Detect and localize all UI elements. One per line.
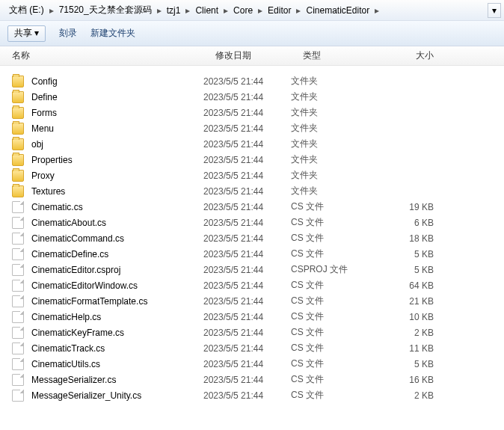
file-icon bbox=[12, 374, 24, 386]
breadcrumb-seg[interactable]: Core bbox=[230, 5, 256, 16]
column-headers: 名称 修改日期 类型 大小 bbox=[0, 46, 504, 66]
file-row[interactable]: MessageSerializer.cs2023/5/5 21:44CS 文件1… bbox=[0, 372, 504, 387]
file-row[interactable]: Forms2023/5/5 21:44文件夹 bbox=[0, 105, 504, 120]
file-name: CinematicCommand.cs bbox=[31, 233, 203, 244]
file-date: 2023/5/5 21:44 bbox=[203, 233, 291, 244]
file-size: 6 KB bbox=[380, 218, 447, 228]
file-icon bbox=[12, 343, 24, 354]
file-name: Cinematic.cs bbox=[31, 202, 203, 212]
file-type: CS 文件 bbox=[291, 373, 380, 386]
file-icon bbox=[12, 295, 24, 307]
file-date: 2023/5/5 21:44 bbox=[203, 265, 291, 275]
file-row[interactable]: Menu2023/5/5 21:44文件夹 bbox=[0, 120, 504, 136]
file-type: CS 文件 bbox=[291, 248, 380, 260]
file-date: 2023/5/5 21:44 bbox=[203, 123, 291, 134]
chevron-right-icon[interactable]: ▸ bbox=[155, 5, 164, 16]
burn-button[interactable]: 刻录 bbox=[59, 27, 77, 40]
file-size: 2 KB bbox=[380, 328, 447, 338]
file-size: 2 KB bbox=[380, 390, 447, 401]
breadcrumb-seg[interactable]: Client bbox=[192, 5, 221, 16]
folder-icon bbox=[12, 170, 24, 182]
file-row[interactable]: Proxy2023/5/5 21:44文件夹 bbox=[0, 168, 504, 183]
file-type: 文件夹 bbox=[291, 90, 380, 103]
folder-icon bbox=[12, 123, 24, 135]
file-type: CS 文件 bbox=[291, 357, 380, 370]
file-name: Forms bbox=[31, 108, 203, 118]
file-type: CS 文件 bbox=[291, 200, 380, 213]
file-name: Textures bbox=[31, 186, 203, 197]
file-row[interactable]: Cinematic.cs2023/5/5 21:44CS 文件19 KB bbox=[0, 199, 504, 215]
file-name: Menu bbox=[31, 123, 203, 134]
file-row[interactable]: Config2023/5/5 21:44文件夹 bbox=[0, 73, 504, 89]
chevron-right-icon[interactable]: ▸ bbox=[47, 5, 56, 16]
file-type: CS 文件 bbox=[291, 389, 380, 402]
file-row[interactable]: CinematicAbout.cs2023/5/5 21:44CS 文件6 KB bbox=[0, 215, 504, 230]
file-icon bbox=[12, 233, 24, 245]
file-name: obj bbox=[31, 139, 203, 150]
file-type: CS 文件 bbox=[291, 216, 380, 229]
file-row[interactable]: CinematicTrack.cs2023/5/5 21:44CS 文件11 K… bbox=[0, 340, 504, 356]
folder-icon bbox=[12, 154, 24, 166]
chevron-right-icon[interactable]: ▸ bbox=[221, 5, 230, 16]
folder-icon bbox=[12, 138, 24, 150]
file-date: 2023/5/5 21:44 bbox=[203, 76, 291, 87]
file-row[interactable]: CinematicFormatTemplate.cs2023/5/5 21:44… bbox=[0, 293, 504, 309]
newfolder-button[interactable]: 新建文件夹 bbox=[90, 27, 135, 40]
breadcrumb[interactable]: 文档 (E:)▸71520_天之禁全套源码▸tzj1▸Client▸Core▸E… bbox=[0, 0, 504, 21]
file-icon bbox=[12, 327, 24, 339]
breadcrumb-seg[interactable]: tzj1 bbox=[164, 5, 184, 16]
file-name: MessageSerializer_Unity.cs bbox=[31, 390, 203, 401]
file-icon bbox=[12, 390, 24, 402]
file-row[interactable]: CinematicDefine.cs2023/5/5 21:44CS 文件5 K… bbox=[0, 246, 504, 262]
file-row[interactable]: Define2023/5/5 21:44文件夹 bbox=[0, 89, 504, 105]
file-name: MessageSerializer.cs bbox=[31, 375, 203, 385]
file-date: 2023/5/5 21:44 bbox=[203, 280, 291, 291]
file-name: CinematicEditorWindow.cs bbox=[31, 280, 203, 291]
file-type: CS 文件 bbox=[291, 232, 380, 245]
column-type[interactable]: 类型 bbox=[291, 49, 380, 62]
column-name[interactable]: 名称 bbox=[0, 49, 203, 62]
file-row[interactable]: CinematicHelp.cs2023/5/5 21:44CS 文件10 KB bbox=[0, 309, 504, 325]
file-row[interactable]: CinematicUtils.cs2023/5/5 21:44CS 文件5 KB bbox=[0, 356, 504, 372]
file-row[interactable]: CinematicCommand.cs2023/5/5 21:44CS 文件18… bbox=[0, 230, 504, 246]
breadcrumb-seg[interactable]: Editor bbox=[265, 5, 294, 16]
file-size: 21 KB bbox=[380, 296, 447, 307]
history-dropdown-button[interactable]: ▾ bbox=[488, 3, 501, 18]
file-date: 2023/5/5 21:44 bbox=[203, 139, 291, 150]
file-type: CS 文件 bbox=[291, 279, 380, 292]
breadcrumb-seg[interactable]: CinematicEditor bbox=[303, 5, 372, 16]
breadcrumb-seg[interactable]: 文档 (E:) bbox=[6, 4, 47, 16]
file-size: 64 KB bbox=[380, 280, 447, 291]
chevron-right-icon[interactable]: ▸ bbox=[183, 5, 192, 16]
file-date: 2023/5/5 21:44 bbox=[203, 359, 291, 369]
file-size: 16 KB bbox=[380, 375, 447, 385]
folder-icon bbox=[12, 185, 24, 197]
file-type: 文件夹 bbox=[291, 75, 380, 87]
file-date: 2023/5/5 21:44 bbox=[203, 218, 291, 228]
file-icon bbox=[12, 311, 24, 323]
file-row[interactable]: CinematicKeyFrame.cs2023/5/5 21:44CS 文件2… bbox=[0, 325, 504, 340]
file-row[interactable]: Textures2023/5/5 21:44文件夹 bbox=[0, 183, 504, 199]
file-name: CinematicEditor.csproj bbox=[31, 265, 203, 275]
file-name: CinematicKeyFrame.cs bbox=[31, 328, 203, 338]
file-type: CSPROJ 文件 bbox=[291, 263, 380, 276]
file-date: 2023/5/5 21:44 bbox=[203, 343, 291, 354]
file-size: 19 KB bbox=[380, 202, 447, 212]
file-row[interactable]: MessageSerializer_Unity.cs2023/5/5 21:44… bbox=[0, 387, 504, 403]
file-row[interactable]: CinematicEditor.csproj2023/5/5 21:44CSPR… bbox=[0, 262, 504, 277]
chevron-right-icon[interactable]: ▸ bbox=[256, 5, 265, 16]
file-type: 文件夹 bbox=[291, 106, 380, 119]
file-type: CS 文件 bbox=[291, 310, 380, 323]
column-date[interactable]: 修改日期 bbox=[203, 49, 291, 62]
chevron-right-icon[interactable]: ▸ bbox=[372, 5, 381, 16]
file-row[interactable]: obj2023/5/5 21:44文件夹 bbox=[0, 136, 504, 152]
chevron-right-icon[interactable]: ▸ bbox=[294, 5, 303, 16]
share-button[interactable]: 共享 ▾ bbox=[7, 25, 46, 42]
file-date: 2023/5/5 21:44 bbox=[203, 296, 291, 307]
breadcrumb-seg[interactable]: 71520_天之禁全套源码 bbox=[56, 4, 155, 16]
column-size[interactable]: 大小 bbox=[380, 49, 447, 62]
file-row[interactable]: CinematicEditorWindow.cs2023/5/5 21:44CS… bbox=[0, 277, 504, 293]
toolbar: 共享 ▾ 刻录 新建文件夹 bbox=[0, 21, 504, 46]
file-row[interactable]: Properties2023/5/5 21:44文件夹 bbox=[0, 152, 504, 168]
file-size: 5 KB bbox=[380, 359, 447, 369]
